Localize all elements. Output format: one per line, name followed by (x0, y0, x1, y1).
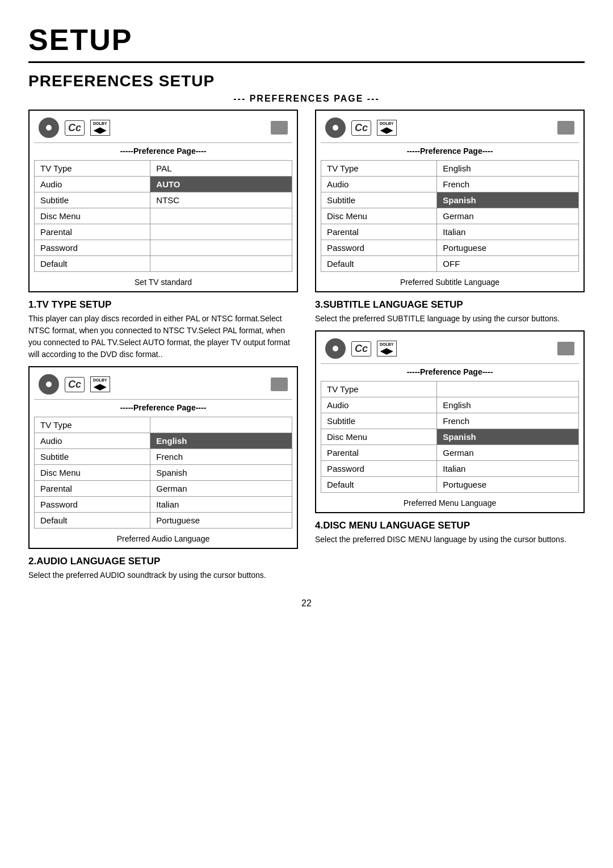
label-cell: Default (321, 256, 437, 272)
table-row: Subtitle French (35, 449, 292, 465)
value-cell (437, 381, 579, 397)
label-cell: TV Type (321, 161, 437, 177)
section4-body: Select the preferred DISC MENU language … (315, 534, 585, 546)
table-row: Subtitle French (321, 413, 579, 429)
table-row: Subtitle Spanish (321, 192, 579, 208)
section4-title: 4.DISC MENU LANGUAGE SETUP (315, 520, 585, 531)
value-cell-highlight: Spanish (437, 429, 579, 445)
disc-icon-2 (325, 118, 346, 138)
box2-table: TV Type English Audio French Subtitle Sp… (321, 160, 579, 272)
value-cell-highlight: Spanish (437, 192, 579, 208)
dvd-box-3: Cc DOLBY ◀▶ -----Preference Page---- TV … (28, 366, 298, 549)
box1-caption: Set TV standard (34, 275, 292, 287)
cc-icon-3: Cc (65, 377, 85, 392)
page-number: 22 (28, 598, 585, 609)
label-cell: Default (321, 477, 437, 493)
label-cell: Password (321, 461, 437, 477)
disc-icon-3 (39, 374, 59, 395)
value-cell (150, 224, 292, 240)
table-row: Parental (35, 224, 292, 240)
label-cell: Password (35, 497, 150, 513)
table-row: Audio English (35, 433, 292, 449)
table-row: Default Portuguese (321, 477, 579, 493)
label-cell: Parental (35, 224, 150, 240)
dvd-box-2: Cc DOLBY ◀▶ -----Preference Page---- TV … (315, 110, 585, 292)
section-2: 2.AUDIO LANGUAGE SETUP Select the prefer… (28, 556, 298, 581)
value-cell: Italian (437, 461, 579, 477)
label-cell: Parental (35, 481, 150, 497)
label-cell: TV Type (321, 381, 437, 397)
settings-icon-4 (557, 342, 574, 355)
right-column: Cc DOLBY ◀▶ -----Preference Page---- TV … (315, 110, 585, 587)
box2-pref-label: -----Preference Page---- (321, 146, 579, 156)
settings-icon-2 (557, 121, 574, 135)
value-cell: Spanish (150, 465, 292, 481)
label-cell: Subtitle (35, 449, 150, 465)
table-row: Parental German (35, 481, 292, 497)
settings-icon-3 (271, 378, 288, 391)
table-row: Default Portuguese (35, 513, 292, 529)
dolby-icon-2: DOLBY ◀▶ (377, 120, 397, 136)
label-cell: Disc Menu (321, 429, 437, 445)
table-row: Audio AUTO (35, 177, 292, 192)
table-row: Parental Italian (321, 224, 579, 240)
box3-pref-label: -----Preference Page---- (34, 403, 292, 412)
main-columns: Cc DOLBY ◀▶ -----Preference Page---- TV … (28, 110, 585, 587)
value-cell: Portuguese (437, 240, 579, 256)
table-row: Password Italian (321, 461, 579, 477)
dvd-icons-row-1: Cc DOLBY ◀▶ (34, 115, 292, 143)
label-cell: TV Type (35, 417, 150, 433)
table-row: TV Type (35, 417, 292, 433)
section3-body: Select the preferred SUBTITLE language b… (315, 313, 585, 325)
dvd-icons-row-3: Cc DOLBY ◀▶ (34, 372, 292, 400)
section2-title: 2.AUDIO LANGUAGE SETUP (28, 556, 298, 567)
label-cell: TV Type (35, 161, 150, 177)
table-row: Default OFF (321, 256, 579, 272)
value-cell (150, 417, 292, 433)
label-cell: Subtitle (35, 192, 150, 208)
value-cell: PAL (150, 161, 292, 177)
value-cell: French (437, 177, 579, 192)
section-3: 3.SUBTITLE LANGUAGE SETUP Select the pre… (315, 299, 585, 325)
label-cell: Parental (321, 224, 437, 240)
box4-pref-label: -----Preference Page---- (321, 367, 579, 376)
dvd-icons-row-4: Cc DOLBY ◀▶ (321, 336, 579, 364)
table-row: Parental German (321, 445, 579, 461)
label-cell: Disc Menu (35, 465, 150, 481)
table-row: Disc Menu German (321, 208, 579, 224)
value-cell (150, 208, 292, 224)
table-row: Password Portuguese (321, 240, 579, 256)
label-cell: Default (35, 256, 150, 272)
value-cell (150, 240, 292, 256)
value-cell: French (150, 449, 292, 465)
box4-table: TV Type Audio English Subtitle French Di… (321, 381, 579, 493)
settings-icon-1 (271, 121, 288, 135)
value-cell: Italian (150, 497, 292, 513)
label-cell: Default (35, 513, 150, 529)
value-cell-highlight: English (150, 433, 292, 449)
label-cell: Parental (321, 445, 437, 461)
disc-icon-4 (325, 338, 346, 359)
title-divider (28, 61, 585, 63)
dvd-box-4: Cc DOLBY ◀▶ -----Preference Page---- TV … (315, 330, 585, 513)
table-row: Disc Menu Spanish (321, 429, 579, 445)
label-cell: Subtitle (321, 192, 437, 208)
preferences-heading: PREFERENCES SETUP (28, 72, 585, 90)
dvd-icons-row-2: Cc DOLBY ◀▶ (321, 115, 579, 143)
cc-icon-1: Cc (65, 120, 85, 136)
box4-caption: Preferred Menu Language (321, 496, 579, 508)
value-cell: Portuguese (150, 513, 292, 529)
dvd-box-1: Cc DOLBY ◀▶ -----Preference Page---- TV … (28, 110, 298, 292)
table-row: TV Type PAL (35, 161, 292, 177)
disc-icon-1 (39, 118, 59, 138)
table-row: Disc Menu Spanish (35, 465, 292, 481)
box2-caption: Preferred Subtitle Language (321, 275, 579, 287)
value-cell: English (437, 397, 579, 413)
box3-caption: Preferred Audio Language (34, 532, 292, 543)
table-row: Subtitle NTSC (35, 192, 292, 208)
cc-icon-2: Cc (351, 120, 371, 136)
label-cell: Audio (35, 177, 150, 192)
table-row: Password Italian (35, 497, 292, 513)
value-cell (150, 256, 292, 272)
left-column: Cc DOLBY ◀▶ -----Preference Page---- TV … (28, 110, 298, 587)
